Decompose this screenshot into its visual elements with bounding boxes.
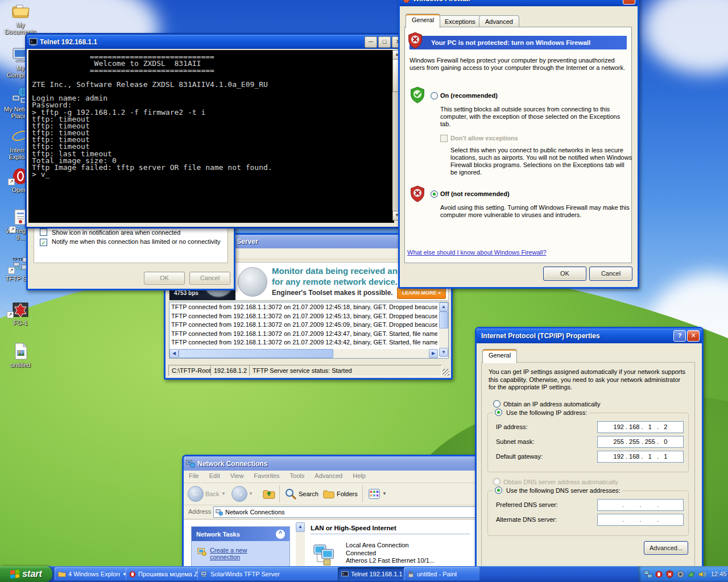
task-item-create-connection[interactable]: Create a new connection <box>192 541 289 560</box>
tftp-log-line[interactable]: TFTP connected from 192.168.1.1:3072 on … <box>171 321 437 330</box>
console-line: tftp: timeout <box>32 128 394 135</box>
menu-item[interactable]: Tools <box>285 471 310 481</box>
scroll-down-icon[interactable]: ▼ <box>439 348 448 357</box>
firewall-on-radio[interactable] <box>431 92 438 99</box>
tab-general[interactable]: General <box>482 349 517 363</box>
ok-button[interactable]: OK <box>144 272 185 285</box>
resize-grip[interactable] <box>442 369 449 376</box>
taskbar-clock[interactable]: 12:45 <box>711 571 727 577</box>
ip-address-input[interactable]: 192 . 168 . 1 . 2 <box>597 421 684 433</box>
log-hscrollbar[interactable]: ◀ ▶ <box>169 349 438 358</box>
opera-tray-icon[interactable] <box>655 570 663 579</box>
menu-item[interactable]: Edit <box>204 471 225 481</box>
tab-exceptions[interactable]: Exceptions <box>439 15 482 28</box>
menu-item[interactable]: File <box>184 471 204 481</box>
hscroll-thumb[interactable] <box>179 349 333 358</box>
views-dropdown-icon[interactable]: ▼ <box>382 491 387 496</box>
close-button[interactable]: ✕ <box>623 0 635 5</box>
obtain-dns-radio[interactable] <box>493 478 500 485</box>
start-button[interactable]: start <box>0 566 52 582</box>
minimize-button[interactable]: ─ <box>365 36 377 48</box>
firewall-off-radio[interactable] <box>431 190 438 198</box>
learn-more-button[interactable]: LEARN MORE » <box>397 287 446 299</box>
taskbar-button-label: untitled - Paint <box>417 571 457 577</box>
scroll-right-icon[interactable]: ▶ <box>429 349 438 358</box>
telnet-console[interactable]: ============================ Welcome to … <box>28 50 394 223</box>
show-icon-checkbox[interactable] <box>40 228 47 236</box>
cancel-button[interactable]: Cancel <box>589 267 632 281</box>
system-tray: 12:45 <box>638 566 728 582</box>
tftp-log-line[interactable]: TFTP connected from 192.168.1.1:3072 on … <box>171 312 437 321</box>
default-gateway-input[interactable]: 192 . 168 . 1 . 1 <box>597 451 684 463</box>
folders-icon[interactable] <box>322 488 335 500</box>
green-shield-icon <box>410 86 425 105</box>
search-icon[interactable] <box>284 487 297 501</box>
folders-label[interactable]: Folders <box>337 490 358 497</box>
address-label: Address <box>188 508 211 515</box>
scroll-up-icon[interactable]: ▲ <box>296 522 305 532</box>
tftp-log-line[interactable]: TFTP connected from 192.168.1.1:3072 on … <box>171 338 437 347</box>
cancel-button[interactable]: Cancel <box>189 272 230 285</box>
menu-item[interactable]: Help <box>348 471 371 481</box>
tab-general[interactable]: General <box>406 14 440 28</box>
taskbar-button-opera[interactable]: Прошивка модема Z... <box>126 567 202 581</box>
taskbar-button-paint[interactable]: untitled - Paint <box>404 567 480 581</box>
firewall-intro: Windows Firewall helps protect your comp… <box>410 57 630 72</box>
ok-button[interactable]: OK <box>543 267 586 281</box>
desktop-icon-untitled[interactable]: untitled <box>2 342 39 368</box>
help-button[interactable]: ? <box>673 330 686 342</box>
maximize-button[interactable]: □ <box>378 36 391 48</box>
close-button[interactable]: ✕ <box>687 330 700 342</box>
tcpip-titlebar[interactable]: Internet Protocol (TCP/IP) Properties ? … <box>477 329 702 343</box>
dont-allow-desc: Select this when you connect to public n… <box>450 147 632 176</box>
scroll-up-icon[interactable]: ▲ <box>439 302 448 311</box>
tftp-log-line[interactable]: TFTP connected from 192.168.1.1:3072 on … <box>171 303 437 312</box>
taskbar-button-tftp-server[interactable]: SolarWinds TFTP Server <box>197 567 342 581</box>
desktop-icon-fg-1[interactable]: ↗ FG-1 <box>2 300 39 326</box>
menu-item[interactable]: Advanced <box>309 471 348 481</box>
firewall-titlebar[interactable]: Windows Firewall ✕ <box>400 0 638 6</box>
dont-allow-exceptions-checkbox[interactable] <box>440 135 448 142</box>
banner-line3: Engineer's Toolset makes it possible. <box>272 289 393 297</box>
up-folder-button[interactable] <box>262 487 276 501</box>
default-gateway-label: Default gateway: <box>496 453 543 460</box>
obtain-ip-radio[interactable] <box>493 400 500 408</box>
security-alert-tray-icon[interactable] <box>665 570 674 579</box>
back-dropdown-icon[interactable]: ▼ <box>221 491 226 496</box>
notify-limited-checkbox[interactable] <box>40 239 47 246</box>
audio-manager-tray-icon[interactable] <box>676 570 685 579</box>
menu-item[interactable]: View <box>225 471 249 481</box>
advanced-button[interactable]: Advanced... <box>644 541 688 555</box>
firewall-help-link[interactable]: What else should I know about Windows Fi… <box>407 249 547 256</box>
telnet-titlebar[interactable]: Telnet 192.168.1.1 ─ □ ✕ <box>27 35 407 49</box>
desktop-icon-my-documents[interactable]: My Documents <box>2 2 39 35</box>
alternate-dns-input[interactable]: . . . <box>597 514 684 526</box>
use-dns-radio[interactable] <box>495 487 502 494</box>
desktop-icon-label: untitled <box>2 361 39 368</box>
tab-advanced[interactable]: Advanced <box>479 15 519 28</box>
network-connections-titlebar[interactable]: Network Connections <box>184 456 478 471</box>
lan-connection-item[interactable]: Local Area Connection Connected Atheros … <box>313 542 435 568</box>
window-title: Telnet 192.168.1.1 <box>40 38 363 46</box>
forward-button[interactable]: → <box>231 486 247 502</box>
collapse-chevron-icon[interactable]: ^ <box>276 530 285 539</box>
taskbar-button-telnet[interactable]: Telnet 192.168.1.1 <box>338 567 409 581</box>
subnet-mask-input[interactable]: 255 . 255 . 255 . 0 <box>597 436 684 448</box>
tftp-log-line[interactable]: TFTP connected from 192.168.1.1:3072 on … <box>171 330 437 339</box>
network-tray-icon[interactable] <box>644 570 652 579</box>
address-input[interactable]: Network Connections <box>213 506 477 518</box>
scroll-left-icon[interactable]: ◀ <box>169 349 179 358</box>
search-label[interactable]: Search <box>299 490 318 497</box>
tftp-service-tray-icon[interactable] <box>687 570 696 579</box>
use-ip-radio[interactable] <box>495 409 502 416</box>
views-icon[interactable] <box>368 488 380 500</box>
volume-tray-icon[interactable] <box>698 570 706 579</box>
preferred-dns-input[interactable]: . . . <box>597 499 684 511</box>
vscroll-thumb[interactable] <box>439 311 448 329</box>
menu-item[interactable]: Favorites <box>249 471 284 481</box>
taskbar-button-windows-explorer[interactable]: 4 Windows Explorer ▼ <box>55 567 130 581</box>
network-tasks-header[interactable]: Network Tasks ^ <box>192 527 289 541</box>
log-vscrollbar[interactable]: ▲ ▼ <box>439 302 448 357</box>
forward-dropdown-icon[interactable]: ▼ <box>249 491 253 496</box>
back-button[interactable]: ← <box>188 486 204 502</box>
